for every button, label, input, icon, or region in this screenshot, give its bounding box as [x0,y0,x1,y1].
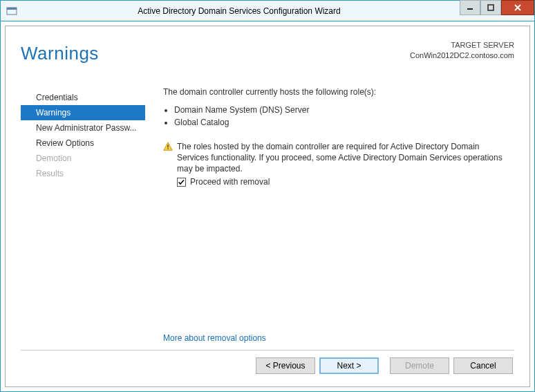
separator [21,350,514,351]
target-server-name: ConWin2012DC2.contoso.com [410,50,514,61]
maximize-button[interactable] [480,0,501,15]
role-item: Domain Name System (DNS) Server [174,104,510,116]
close-button[interactable] [501,0,534,15]
app-icon [5,4,19,18]
svg-rect-3 [488,5,494,10]
titlebar: Active Directory Domain Services Configu… [1,1,534,21]
demote-button: Demote [390,357,449,374]
window-title: Active Directory Domain Services Configu… [19,6,460,16]
nav-credentials[interactable]: Credentials [21,90,145,105]
target-server-label: TARGET SERVER [410,40,514,50]
step-nav: Credentials Warnings New Administrator P… [21,87,145,346]
proceed-checkbox[interactable] [177,178,186,187]
role-item: Global Catalog [174,116,510,129]
cancel-button[interactable]: Cancel [453,357,513,374]
proceed-checkbox-row[interactable]: Proceed with removal [177,177,510,187]
nav-demotion: Demotion [21,151,145,166]
svg-rect-7 [167,144,168,147]
warning-icon [163,142,173,153]
wizard-window: Active Directory Domain Services Configu… [0,0,535,392]
nav-warnings[interactable]: Warnings [21,105,145,120]
more-about-removal-link[interactable]: More about removal options [163,328,510,346]
button-row: < Previous Next > Demote Cancel [21,357,514,375]
page-heading: Warnings [21,43,99,64]
svg-rect-1 [7,8,17,10]
client-area: Warnings TARGET SERVER ConWin2012DC2.con… [1,21,534,391]
target-server-block: TARGET SERVER ConWin2012DC2.contoso.com [410,40,514,61]
previous-button[interactable]: < Previous [256,357,315,374]
nav-results: Results [21,166,145,181]
body-row: Credentials Warnings New Administrator P… [21,87,514,346]
content-pane: The domain controller currently hosts th… [151,87,514,346]
next-button[interactable]: Next > [319,357,379,374]
nav-review-options[interactable]: Review Options [21,136,145,151]
warning-text: The roles hosted by the domain controlle… [177,141,510,174]
nav-new-admin-password[interactable]: New Administrator Passw... [21,120,145,136]
window-controls [460,1,534,21]
intro-text: The domain controller currently hosts th… [163,87,510,97]
header-row: Warnings TARGET SERVER ConWin2012DC2.con… [21,40,514,75]
minimize-button[interactable] [460,0,480,15]
svg-rect-8 [167,148,168,149]
warning-row: The roles hosted by the domain controlle… [163,141,510,174]
roles-list: Domain Name System (DNS) Server Global C… [163,104,510,129]
proceed-checkbox-label: Proceed with removal [190,177,270,187]
wizard-panel: Warnings TARGET SERVER ConWin2012DC2.con… [5,26,530,387]
